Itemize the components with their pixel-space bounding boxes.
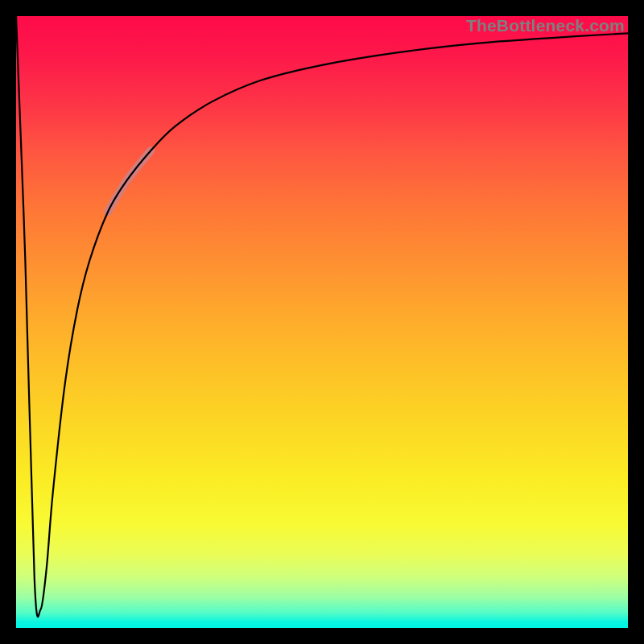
curve-svg bbox=[16, 16, 628, 628]
frame-border bbox=[0, 0, 16, 644]
bottleneck-curve bbox=[16, 16, 628, 617]
frame-border bbox=[628, 0, 644, 644]
plot-area: TheBottleneck.com bbox=[16, 16, 628, 628]
frame-border bbox=[0, 628, 644, 644]
curve-highlight-segment bbox=[108, 151, 151, 212]
watermark-text: TheBottleneck.com bbox=[466, 16, 625, 35]
chart-stage: TheBottleneck.com bbox=[0, 0, 644, 644]
frame-border bbox=[0, 0, 644, 16]
